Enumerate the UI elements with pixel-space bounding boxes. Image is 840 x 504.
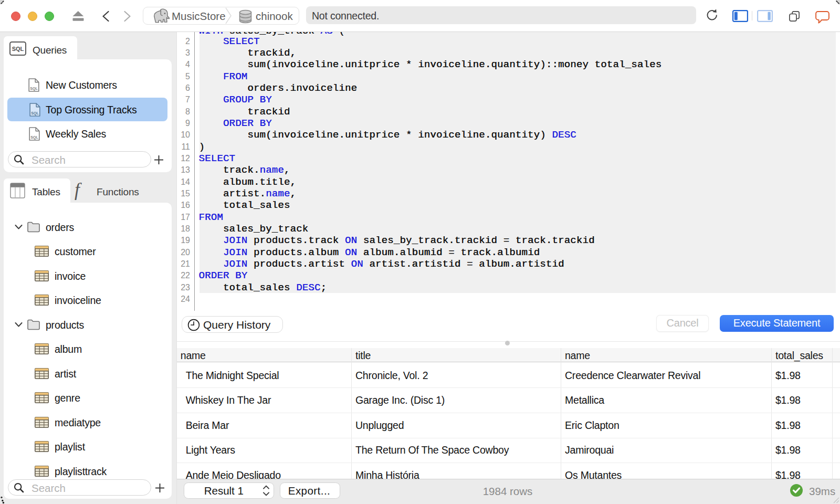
svg-text:SQL: SQL <box>30 135 38 140</box>
svg-text:SQL: SQL <box>30 87 38 91</box>
svg-text:SQL: SQL <box>31 111 39 116</box>
svg-text:SQL: SQL <box>12 46 24 52</box>
